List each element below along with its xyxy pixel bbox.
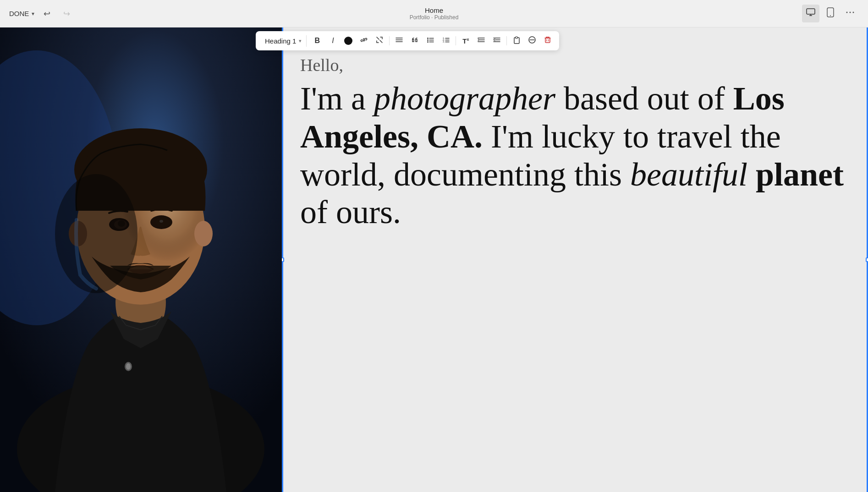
svg-point-6 xyxy=(850,12,851,13)
photo-panel xyxy=(0,27,282,492)
align-button[interactable] xyxy=(392,34,406,48)
desktop-view-button[interactable] xyxy=(802,5,819,22)
done-chevron: ▾ xyxy=(32,11,34,17)
page-subtitle: Portfolio · Published xyxy=(410,14,459,21)
quote-button[interactable] xyxy=(408,34,422,48)
toolbar-separator-1 xyxy=(389,36,390,45)
toolbar-separator-2 xyxy=(456,36,456,45)
superscript-button[interactable]: Tx xyxy=(459,34,472,48)
clear-format-icon xyxy=(528,36,536,46)
svg-point-52 xyxy=(126,363,131,370)
numbered-list-icon: 1. 2. 3. xyxy=(442,36,450,46)
expand-icon xyxy=(375,36,384,46)
redo-button[interactable]: ↪ xyxy=(60,7,74,21)
expand-button[interactable] xyxy=(373,34,386,48)
svg-point-12 xyxy=(427,39,429,41)
svg-rect-0 xyxy=(807,9,815,14)
bullet-list-button[interactable] xyxy=(423,34,437,48)
style-dropdown[interactable]: Heading 1 ▾ xyxy=(260,35,307,47)
top-bar-left: DONE ▾ ↩ ↪ xyxy=(9,7,74,21)
svg-point-11 xyxy=(427,38,429,39)
toolbar-separator-3 xyxy=(506,36,507,45)
page-title: Home xyxy=(410,6,459,14)
quote-icon xyxy=(411,36,419,46)
italic-button[interactable]: I xyxy=(326,34,340,48)
more-options-button[interactable] xyxy=(841,5,859,22)
more-icon xyxy=(845,9,855,19)
indent-in-button[interactable] xyxy=(490,34,504,48)
top-bar: DONE ▾ ↩ ↪ Home Portfolio · Published xyxy=(0,0,868,27)
undo-button[interactable]: ↩ xyxy=(40,7,54,21)
delete-icon xyxy=(544,36,552,46)
svg-point-7 xyxy=(853,12,854,13)
redo-icon: ↪ xyxy=(63,9,70,18)
delete-button[interactable] xyxy=(541,34,555,48)
color-button[interactable] xyxy=(341,34,355,48)
svg-point-53 xyxy=(55,174,137,293)
svg-point-44 xyxy=(194,221,213,246)
align-icon xyxy=(395,36,403,46)
portrait-image xyxy=(0,27,282,492)
svg-rect-30 xyxy=(516,37,517,38)
top-bar-center: Home Portfolio · Published xyxy=(410,6,459,21)
svg-point-13 xyxy=(427,41,429,43)
text-content-area[interactable]: Hello, I'm a photographer based out of L… xyxy=(282,27,868,250)
done-label: DONE xyxy=(9,10,29,17)
undo-icon: ↩ xyxy=(44,9,50,18)
bold-icon: B xyxy=(315,37,320,45)
clipboard-icon xyxy=(512,36,521,46)
mobile-icon xyxy=(827,9,834,19)
photo-background xyxy=(0,27,282,492)
style-label: Heading 1 xyxy=(265,37,296,45)
superscript-icon: Tx xyxy=(462,37,469,45)
svg-point-4 xyxy=(830,15,831,16)
resize-handle-right[interactable] xyxy=(866,257,868,262)
top-bar-right xyxy=(802,5,859,22)
hello-text: Hello, xyxy=(300,55,850,75)
resize-handle-left[interactable] xyxy=(282,257,284,262)
bullet-list-icon xyxy=(426,36,434,46)
style-chevron: ▾ xyxy=(299,38,302,44)
main-heading[interactable]: I'm a photographer based out of Los Ange… xyxy=(300,80,850,231)
link-button[interactable] xyxy=(357,34,371,48)
italic-icon: I xyxy=(332,37,334,45)
color-dot-icon xyxy=(344,37,352,45)
svg-point-5 xyxy=(846,12,848,13)
svg-point-49 xyxy=(155,217,170,227)
text-panel[interactable]: Hello, I'm a photographer based out of L… xyxy=(282,27,868,492)
numbered-list-button[interactable]: 1. 2. 3. xyxy=(439,34,453,48)
format-toolbar: Heading 1 ▾ B I xyxy=(256,31,559,50)
svg-rect-33 xyxy=(545,38,550,43)
indent-out-icon xyxy=(477,36,485,46)
bold-button[interactable]: B xyxy=(310,34,324,48)
main-content: Hello, I'm a photographer based out of L… xyxy=(0,27,868,492)
svg-point-50 xyxy=(159,220,163,223)
svg-text:3.: 3. xyxy=(443,40,445,43)
clear-format-button[interactable] xyxy=(525,34,539,48)
clipboard-button[interactable] xyxy=(510,34,523,48)
indent-out-button[interactable] xyxy=(474,34,488,48)
link-icon xyxy=(360,36,368,46)
mobile-view-button[interactable] xyxy=(823,5,838,22)
desktop-icon xyxy=(806,9,816,19)
done-button[interactable]: DONE ▾ xyxy=(9,10,34,17)
indent-in-icon xyxy=(493,36,501,46)
